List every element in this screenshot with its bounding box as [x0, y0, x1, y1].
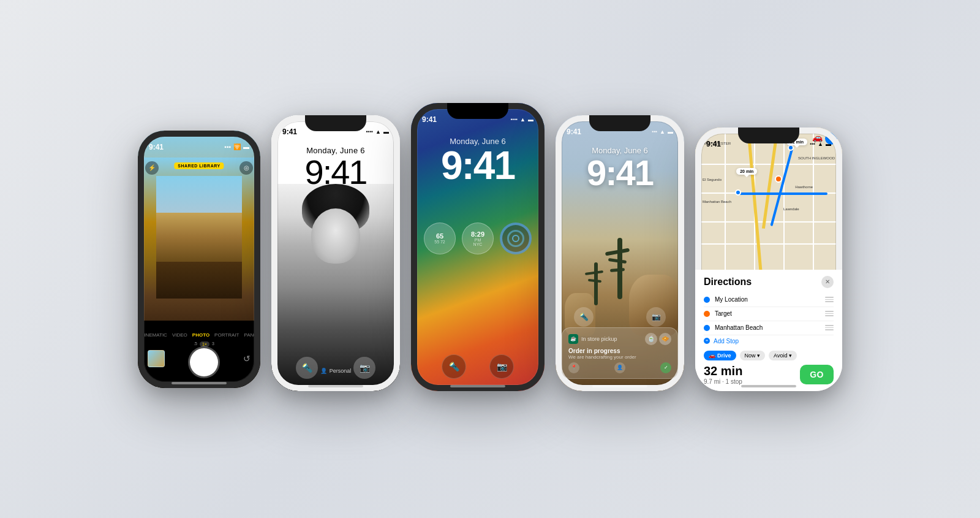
map-label-hawthorne: Hawthorne: [795, 185, 813, 189]
shared-library-badge: SHARED LIBRARY: [174, 162, 224, 169]
avoid-button[interactable]: Avoid ▾: [769, 351, 797, 360]
home-indicator-3: [450, 385, 505, 387]
camera-lock-icon-4[interactable]: 📷: [646, 307, 666, 327]
widget-time-nyc: 8:29 PM NYC: [462, 223, 494, 254]
camera-viewfinder: SHARED LIBRARY: [138, 158, 260, 341]
map-label-manhattan-beach: Manhattan Beach: [703, 200, 731, 204]
direction-row-manhattan-beach: Manhattan Beach: [704, 321, 834, 335]
home-indicator-1: [172, 382, 227, 384]
camera-lock-icon-3[interactable]: 📷: [489, 354, 514, 379]
zoom-0.5[interactable]: .5: [194, 341, 197, 347]
camera-lock-icon-2[interactable]: 📷: [353, 357, 375, 379]
drag-handle-3[interactable]: [825, 324, 834, 332]
flashlight-icon-4[interactable]: 🔦: [574, 307, 594, 327]
now-label: Now: [745, 352, 756, 359]
phone-colorful-lock: 9:41 ▪▪▪▪ ▲ ▬ Monday, June 6 9:41 65: [411, 103, 545, 391]
wifi-icon-3: ▲: [520, 116, 526, 123]
zoom-3[interactable]: 3: [212, 341, 214, 347]
status-bar-camera: 9:41 ▪▪▪ 🛜 ▬: [138, 131, 260, 158]
bw-time: 9:41: [271, 155, 400, 189]
add-stop-icon: +: [704, 338, 710, 344]
battery-icon-1: ▬: [243, 143, 249, 150]
notification-card: ☕ In store pickup 🍵 🧇 Order in progress …: [562, 327, 678, 379]
map-label-lawndale: Lawndale: [783, 207, 799, 211]
home-indicator-4: [592, 385, 647, 387]
status-icons-3: ▪▪▪▪ ▲ ▬: [511, 116, 533, 123]
camera-modes: CINEMATIC VIDEO PHOTO PORTRAIT PANO: [140, 332, 257, 338]
phone-bw-lock: 9:41 ▪▪▪▪ ▲ ▬ Monday, June 6 9:41: [271, 115, 400, 391]
flash-icon[interactable]: ⚡: [145, 161, 159, 175]
drag-handle-1[interactable]: [825, 295, 834, 304]
wifi-icon-2: ▲: [375, 129, 381, 135]
map-annotation-20min: 20 min: [736, 168, 757, 175]
camera-bottom-controls: CINEMATIC VIDEO PHOTO PORTRAIT PANO .5 1…: [138, 321, 260, 388]
status-time-3: 9:41: [422, 115, 437, 124]
colorful-time-area: Monday, June 6 9:41: [411, 137, 545, 185]
drive-label: Drive: [717, 352, 731, 359]
bw-personal-badge: 👤 Personal: [320, 368, 352, 374]
signal-icon-4: ▪▪▪: [652, 129, 658, 134]
signal-icon-2: ▪▪▪▪: [366, 129, 373, 134]
location-dot: [704, 297, 710, 303]
mode-pano[interactable]: PANO: [244, 332, 257, 338]
directions-header: Directions ✕: [704, 276, 834, 288]
mode-video[interactable]: VIDEO: [172, 332, 187, 338]
person-action-icon[interactable]: 👤: [614, 362, 625, 373]
widget-temp: 65: [436, 232, 443, 240]
colorful-time: 9:41: [411, 146, 545, 185]
flip-camera-icon[interactable]: ↺: [243, 354, 251, 364]
settings-icon-camera[interactable]: ◎: [239, 161, 253, 175]
status-time-4: 9:41: [567, 128, 581, 136]
notch-5: [738, 128, 799, 143]
location-action-icon[interactable]: 📍: [568, 362, 579, 373]
duration-info: 32 min 9.7 mi · 1 stop: [704, 364, 742, 385]
food-icon-1: 🍵: [645, 333, 657, 345]
widget-nyc-city: NYC: [473, 242, 483, 246]
phone-camera: 9:41 ▪▪▪ 🛜 ▬ ⚡ ◎ SHARED LIBRARY: [138, 131, 260, 388]
colorful-date: Monday, June 6: [411, 137, 545, 146]
check-action-icon[interactable]: ✓: [660, 362, 671, 373]
lock-widgets: 65 55 72 8:29 PM NYC: [411, 223, 545, 254]
flashlight-icon-3[interactable]: 🔦: [442, 354, 466, 379]
manhattan-beach-dot: [704, 325, 710, 331]
time-now-button[interactable]: Now ▾: [740, 351, 766, 360]
camera-shutter-row: .5 1× 3 ↺: [138, 341, 260, 376]
shutter-button[interactable]: [190, 348, 218, 376]
desert-time-area: Monday, June 6 9:41: [556, 146, 684, 191]
widget-weather: 65 55 72: [424, 223, 456, 254]
home-indicator-5: [741, 385, 796, 387]
notif-header: ☕ In store pickup 🍵 🧇: [568, 333, 671, 345]
desert-time: 9:41: [556, 155, 684, 191]
colorful-bottom-icons: 🔦 📷: [411, 354, 545, 379]
mode-cinematic[interactable]: CINEMATIC: [140, 332, 167, 338]
starbucks-icon: ☕: [568, 334, 578, 344]
mode-photo[interactable]: PHOTO: [192, 332, 209, 338]
direction-row-target: Target: [704, 307, 834, 321]
close-directions-button[interactable]: ✕: [821, 276, 834, 288]
direction-row-my-location: My Location: [704, 293, 834, 307]
widget-temp-range: 55 72: [434, 240, 445, 244]
zoom-controls: .5 1× 3: [194, 341, 214, 347]
status-icons-2: ▪▪▪▪ ▲ ▬: [366, 129, 389, 135]
zoom-1x[interactable]: 1×: [200, 341, 209, 347]
wifi-icon-5: ▲: [818, 141, 823, 147]
camera-thumbnail[interactable]: [148, 350, 165, 367]
signal-icon-3: ▪▪▪▪: [511, 116, 518, 122]
mode-portrait[interactable]: PORTRAIT: [214, 332, 239, 338]
drive-button[interactable]: 🚗 Drive: [704, 351, 736, 360]
flashlight-icon-2[interactable]: 🔦: [296, 357, 318, 379]
chevron-avoid: ▾: [789, 352, 792, 359]
duration-distance: 9.7 mi · 1 stop: [704, 378, 742, 385]
status-time-5: 9:41: [706, 140, 721, 148]
status-icons-1: ▪▪▪ 🛜 ▬: [224, 143, 249, 150]
home-indicator-2: [308, 385, 363, 387]
signal-icon-5: ▪▪▪: [810, 141, 816, 147]
drag-handle-2[interactable]: [825, 310, 834, 318]
map-label-el-segundo: El Segundo: [703, 178, 722, 181]
go-button[interactable]: GO: [800, 365, 834, 384]
phone-desert-lock: 9:41 ▪▪▪ ▲ ▬ Monday, June 6 9:41: [556, 115, 684, 391]
add-stop-row[interactable]: + Add Stop: [704, 335, 834, 347]
stop-target: Target: [715, 310, 820, 317]
notif-food-icons: 🍵 🧇: [645, 333, 671, 345]
directions-options: 🚗 Drive Now ▾ Avoid ▾: [704, 351, 834, 360]
